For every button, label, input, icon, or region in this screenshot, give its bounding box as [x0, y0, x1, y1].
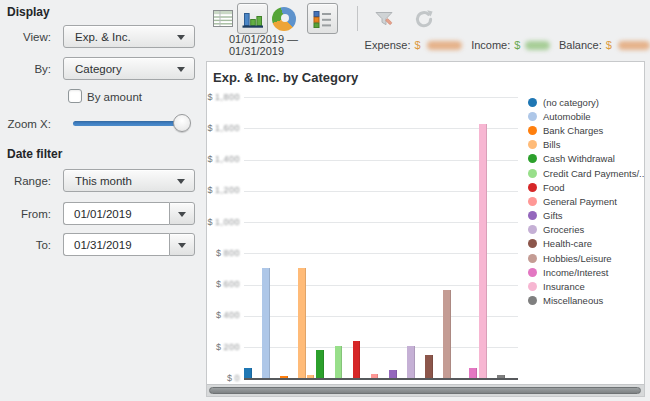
slider-handle[interactable]: [173, 114, 191, 132]
legend-item: Automobile: [528, 109, 644, 123]
to-date-field[interactable]: 01/31/2019: [63, 233, 169, 256]
y-axis-tick-label: $ 1,600: [207, 123, 240, 133]
from-date-value: 01/01/2019: [74, 208, 132, 220]
bar--no-category-[interactable]: [244, 368, 252, 379]
y-axis-tick-label: $ 1,000: [207, 217, 240, 227]
from-date-field[interactable]: 01/01/2019: [63, 202, 169, 225]
legend-swatch: [528, 268, 537, 277]
view-label: View:: [0, 31, 51, 43]
bar-insurance[interactable]: [479, 124, 487, 379]
chevron-down-icon: [178, 212, 186, 217]
legend-label: (no category): [543, 97, 599, 108]
bar-general-payment[interactable]: [371, 374, 379, 379]
balance-label: Balance:: [559, 39, 602, 51]
zoom-x-slider[interactable]: [73, 114, 190, 132]
by-dropdown-value: Category: [75, 63, 122, 75]
bar-bills[interactable]: [307, 375, 315, 379]
bar-miscellaneous[interactable]: [497, 375, 505, 379]
scrollbar-thumb[interactable]: [209, 387, 641, 394]
legend-swatch: [528, 239, 537, 248]
chart-legend: (no category)AutomobileBank ChargesBills…: [528, 95, 644, 308]
bar-automobile[interactable]: [262, 268, 270, 378]
legend-label: Miscellaneous: [543, 295, 603, 306]
chart-panel: Exp. & Inc. by Category $ 1,800$ 1,600$ …: [206, 61, 645, 397]
settings-sidebar: Display View: Exp. & Inc. By: Category B…: [0, 0, 206, 401]
gridline: [244, 347, 518, 348]
gridline: [244, 160, 518, 161]
legend-swatch: [528, 296, 537, 305]
legend-list-view-button[interactable]: [307, 3, 338, 34]
legend-label: Bills: [543, 139, 560, 150]
legend-swatch: [528, 183, 537, 192]
range-label: Range:: [0, 175, 51, 187]
legend-item: Income/Interest: [528, 265, 644, 279]
bar-gifts[interactable]: [389, 370, 397, 379]
by-amount-checkbox[interactable]: [68, 89, 82, 103]
gridline: [244, 253, 518, 254]
bar-hobbies-leisure[interactable]: [443, 290, 451, 378]
y-axis-tick-label: $ 200: [207, 342, 240, 352]
to-date-dropdown-button[interactable]: [169, 233, 195, 256]
chevron-down-icon: [178, 243, 186, 248]
bar-groceries[interactable]: [407, 346, 415, 379]
bar-bills[interactable]: [298, 268, 306, 378]
chevron-down-icon: [177, 35, 185, 40]
legend-label: Health-care: [543, 238, 592, 249]
y-axis-tick-label: $ 400: [207, 310, 240, 320]
legend-label: Cash Withdrawal: [543, 153, 615, 164]
legend-swatch: [528, 126, 537, 135]
bar-cash-withdrawal[interactable]: [316, 350, 324, 379]
bar-income-interest[interactable]: [469, 368, 477, 379]
pie-chart-view-button[interactable]: [268, 3, 299, 34]
toolbar-separator: [357, 6, 358, 31]
legend-item: Bank Charges: [528, 123, 644, 137]
legend-swatch: [528, 282, 537, 291]
income-value-redacted: [525, 41, 550, 50]
bar-chart-view-button[interactable]: [237, 3, 268, 34]
chart-date-range: 01/01/2019 — 01/31/2019: [229, 33, 337, 57]
bar-health-care[interactable]: [425, 355, 433, 378]
legend-swatch: [528, 112, 537, 121]
from-date-dropdown-button[interactable]: [169, 202, 195, 225]
bar-bank-charges[interactable]: [280, 376, 288, 378]
expense-value-redacted: [427, 41, 463, 50]
refresh-button[interactable]: [408, 3, 439, 34]
chart-title: Exp. & Inc. by Category: [213, 70, 358, 85]
legend-swatch: [528, 211, 537, 220]
by-dropdown[interactable]: Category: [63, 57, 195, 80]
legend-item: Bills: [528, 138, 644, 152]
gridline: [244, 128, 518, 129]
legend-swatch: [528, 169, 537, 178]
bar-food[interactable]: [353, 341, 361, 379]
legend-item: Cash Withdrawal: [528, 152, 644, 166]
range-dropdown[interactable]: This month: [63, 169, 195, 192]
balance-value-redacted: [618, 41, 650, 50]
legend-label: Insurance: [543, 281, 585, 292]
status-row: 01/01/2019 — 01/31/2019 Expense: $ Incom…: [206, 37, 650, 53]
filter-funnel-icon: [373, 8, 395, 30]
legend-swatch: [528, 98, 537, 107]
legend-item: Health-care: [528, 237, 644, 251]
edit-filter-button[interactable]: [368, 3, 399, 34]
legend-swatch: [528, 225, 537, 234]
legend-label: Hobbies/Leisure: [543, 253, 612, 264]
legend-swatch: [528, 197, 537, 206]
view-dropdown[interactable]: Exp. & Inc.: [63, 25, 195, 48]
legend-item: Groceries: [528, 223, 644, 237]
legend-swatch: [528, 140, 537, 149]
bar-credit-card-payments-[interactable]: [335, 346, 343, 379]
legend-label: Groceries: [543, 224, 584, 235]
legend-item: Miscellaneous: [528, 294, 644, 308]
gridline: [244, 222, 518, 223]
table-view-button[interactable]: [207, 3, 238, 34]
legend-item: Hobbies/Leisure: [528, 251, 644, 265]
by-amount-label: By amount: [87, 91, 142, 103]
gridline: [244, 316, 518, 317]
horizontal-scrollbar[interactable]: [207, 384, 644, 396]
legend-label: Bank Charges: [543, 125, 603, 136]
refresh-icon: [413, 8, 435, 30]
legend-label: Gifts: [543, 210, 563, 221]
zoom-x-label: Zoom X:: [0, 118, 51, 130]
display-section-title: Display: [7, 5, 50, 19]
legend-label: General Payment: [543, 196, 617, 207]
